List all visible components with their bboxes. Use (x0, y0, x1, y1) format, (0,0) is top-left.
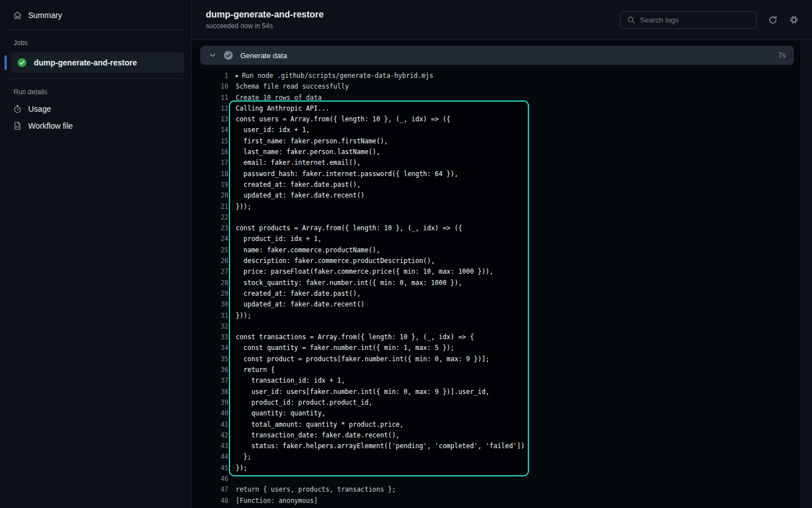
sidebar-job-dump-generate-and-restore[interactable]: dump-generate-and-restore (11, 52, 184, 73)
log-lines: 1 ▶Run node .github/scripts/generate-dat… (192, 65, 801, 508)
log-line-number[interactable]: 31 (192, 310, 228, 321)
log-line-number[interactable]: 36 (192, 365, 228, 375)
log-line-number[interactable]: 25 (192, 245, 228, 256)
log-line-number[interactable]: 14 (192, 125, 228, 135)
log-line-number[interactable]: 44 (192, 452, 228, 462)
log-line-number[interactable]: 45 (192, 463, 228, 474)
log-line: 21 })); (192, 202, 801, 212)
log-line-number[interactable]: 29 (192, 288, 228, 299)
log-line: 39 product_id: product.product_id, (192, 397, 801, 408)
log-line-number[interactable]: 20 (192, 190, 228, 201)
log-line-text: const products = Array.from({ length: 10… (228, 223, 462, 234)
log-line-text: }; (228, 452, 251, 462)
sidebar-item-label: Summary (28, 11, 62, 20)
log-line-number[interactable]: 19 (192, 179, 228, 190)
sidebar: Summary Jobs dump-generate-and-restore R… (0, 0, 192, 508)
log-line: 48 [Function: anonymous] (192, 496, 801, 506)
log-line: 27 price: parseFloat(faker.commerce.pric… (192, 266, 801, 277)
log-line: 34 const quantity = faker.number.int({ m… (192, 343, 801, 353)
refresh-button[interactable] (767, 14, 778, 25)
log-line-text: created_at: faker.date.past(), (228, 179, 361, 190)
scrollbar-track[interactable] (801, 40, 812, 508)
log-viewer: Generate data 7s 1 ▶Run node .github/scr… (192, 40, 801, 508)
log-line-number[interactable]: 1 (192, 71, 228, 81)
log-line-number[interactable]: 40 (192, 408, 228, 419)
search-logs-input[interactable] (640, 16, 751, 24)
log-line: 41 total_amount: quantity * product.pric… (192, 419, 801, 430)
log-line: 15 first_name: faker.person.firstName(), (192, 136, 801, 147)
group-toggle-icon[interactable]: ▶ (236, 71, 242, 81)
log-line: 12 Calling Anthropic API... (192, 103, 801, 114)
log-line-number[interactable]: 22 (192, 212, 228, 223)
log-line-number[interactable]: 47 (192, 484, 228, 495)
log-line-number[interactable]: 18 (192, 169, 228, 179)
sidebar-item-summary[interactable]: Summary (0, 7, 191, 24)
log-line-number[interactable]: 30 (192, 299, 228, 310)
step-success-icon (223, 50, 233, 60)
step-name: Generate data (240, 51, 287, 60)
job-row: dump-generate-and-restore (0, 52, 184, 73)
job-success-icon (17, 58, 27, 68)
log-line-number[interactable]: 13 (192, 114, 228, 125)
log-line-number[interactable]: 46 (192, 474, 228, 484)
sidebar-divider (7, 29, 184, 30)
gear-icon[interactable] (788, 14, 800, 25)
log-line-number[interactable]: 10 (192, 81, 228, 92)
log-line-text: transaction_date: faker.date.recent(), (228, 430, 400, 441)
log-line-number[interactable]: 33 (192, 332, 228, 343)
stopwatch-icon (13, 104, 22, 113)
log-line-number[interactable]: 42 (192, 430, 228, 441)
sidebar-item-usage[interactable]: Usage (0, 100, 191, 117)
log-line-number[interactable]: 39 (192, 397, 228, 408)
log-line: 17 email: faker.internet.email(), (192, 157, 801, 168)
log-line-text: const quantity = faker.number.int({ min:… (228, 343, 454, 353)
log-line: 35 const product = products[faker.number… (192, 354, 801, 365)
run-details-heading: Run details (0, 85, 191, 100)
log-line-number[interactable]: 12 (192, 103, 228, 114)
log-line-text: email: faker.internet.email(), (228, 157, 361, 168)
log-line: 11 Create 10 rows of data (192, 93, 801, 103)
sidebar-item-workflow-file[interactable]: Workflow file (0, 117, 191, 134)
log-line-number[interactable]: 41 (192, 419, 228, 430)
log-line-number[interactable]: 28 (192, 278, 228, 288)
log-line-text: const product = products[faker.number.in… (228, 354, 489, 365)
log-line-number[interactable]: 16 (192, 147, 228, 157)
log-line-number[interactable]: 21 (192, 202, 228, 212)
log-line-number[interactable]: 48 (192, 496, 228, 506)
log-line: 43 status: faker.helpers.arrayElement(['… (192, 441, 801, 452)
log-line-number[interactable]: 43 (192, 441, 228, 452)
log-line-number[interactable]: 27 (192, 266, 228, 277)
log-line-number[interactable]: 34 (192, 343, 228, 353)
log-line-number[interactable]: 38 (192, 387, 228, 397)
log-line: 33 const transactions = Array.from({ len… (192, 332, 801, 343)
log-line: 47 return { users, products, transaction… (192, 484, 801, 495)
page-title: dump-generate-and-restore (206, 10, 324, 20)
log-line-number[interactable]: 32 (192, 321, 228, 332)
log-line-text: })); (228, 310, 251, 321)
log-line-number[interactable]: 24 (192, 234, 228, 244)
log-line-number[interactable]: 15 (192, 136, 228, 147)
log-line-number[interactable]: 23 (192, 223, 228, 234)
step-duration: 7s (778, 51, 785, 59)
log-line-text: product_id: idx + 1, (228, 234, 321, 244)
log-line: 28 stock_quantity: faker.number.int({ mi… (192, 278, 801, 288)
log-line-text (228, 321, 236, 332)
sidebar-item-label: Workflow file (28, 121, 73, 130)
header-controls (620, 11, 800, 29)
log-line-number[interactable]: 26 (192, 256, 228, 266)
sidebar-item-label: Usage (28, 104, 51, 113)
log-line-number[interactable]: 37 (192, 375, 228, 386)
log-line: 31 })); (192, 310, 801, 321)
log-line: 29 created_at: faker.date.past(), (192, 288, 801, 299)
log-line-number[interactable]: 11 (192, 93, 228, 103)
log-line-text: ▶Run node .github/scripts/generate-data-… (228, 71, 433, 81)
log-line-text: [Function: anonymous] (228, 496, 317, 506)
search-logs-box[interactable] (620, 11, 757, 29)
step-header-generate-data[interactable]: Generate data 7s (200, 46, 794, 65)
log-line: 26 description: faker.commerce.productDe… (192, 256, 801, 266)
log-line-text: })); (228, 202, 251, 212)
log-line-number[interactable]: 35 (192, 354, 228, 365)
log-line-text: last_name: faker.person.lastName(), (228, 147, 380, 157)
log-line: 18 password_hash: faker.internet.passwor… (192, 169, 801, 179)
log-line-number[interactable]: 17 (192, 157, 228, 168)
